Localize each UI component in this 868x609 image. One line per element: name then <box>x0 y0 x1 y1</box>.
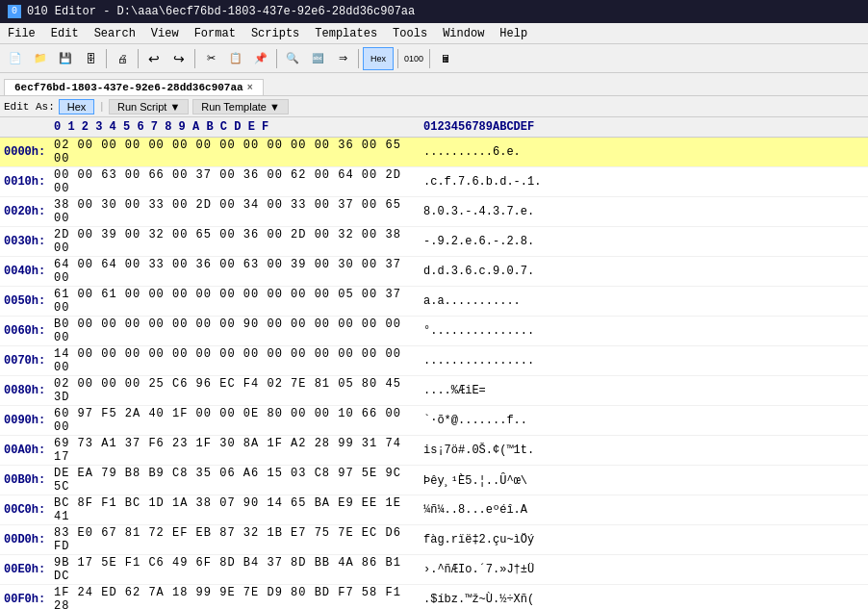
sep3 <box>194 49 195 68</box>
toolbar: 📄 📁 💾 🗄 🖨 ↩ ↪ ✂ 📋 📌 🔍 🔤 ⇒ Hex 0100 🖩 <box>0 44 868 73</box>
sep6 <box>397 49 398 68</box>
cut-button[interactable]: ✂ <box>199 47 222 70</box>
file-tab[interactable]: 6ecf76bd-1803-437e-92e6-28dd36c907aa × <box>4 79 264 95</box>
table-row[interactable]: 0020h:38 00 30 00 33 00 2D 00 34 00 33 0… <box>0 197 868 227</box>
save-all-button[interactable]: 🗄 <box>79 47 102 70</box>
table-row[interactable]: 00E0h:9B 17 5E F1 C6 49 6F 8D B4 37 8D B… <box>0 555 868 585</box>
row-address: 0090h: <box>0 413 50 428</box>
row-hex[interactable]: 14 00 00 00 00 00 00 00 00 00 00 00 00 0… <box>50 346 416 375</box>
menu-view[interactable]: View <box>143 23 187 43</box>
run-script-button[interactable]: Run Script ▼ <box>109 99 189 114</box>
edit-bar: Edit As: Hex | Run Script ▼ Run Template… <box>0 96 868 117</box>
row-hex[interactable]: 02 00 00 00 00 00 00 00 00 00 00 00 36 0… <box>50 138 416 166</box>
table-row[interactable]: 0040h:64 00 64 00 33 00 36 00 63 00 39 0… <box>0 257 868 287</box>
row-hex[interactable]: 61 00 61 00 00 00 00 00 00 00 00 00 05 0… <box>50 287 416 316</box>
row-address: 0010h: <box>0 174 50 190</box>
table-row[interactable]: 00F0h:1F 24 ED 62 7A 18 99 9E 7E D9 80 B… <box>0 585 868 609</box>
row-hex[interactable]: 2D 00 39 00 32 00 65 00 36 00 2D 00 32 0… <box>50 227 416 256</box>
row-address: 0060h: <box>0 323 50 339</box>
menu-edit[interactable]: Edit <box>43 23 87 43</box>
table-row[interactable]: 0090h:60 97 F5 2A 40 1F 00 00 0E 80 00 0… <box>0 406 868 436</box>
row-ascii: 8.0.3.-.4.3.7.e. <box>416 204 868 219</box>
row-hex[interactable]: DE EA 79 B8 B9 C8 35 06 A6 15 03 C8 97 5… <box>50 466 416 495</box>
table-row[interactable]: 0000h:02 00 00 00 00 00 00 00 00 00 00 0… <box>0 138 868 167</box>
replace-button[interactable]: 🔤 <box>306 47 329 70</box>
hex-mode-button[interactable]: Hex <box>59 99 95 114</box>
row-ascii: °............... <box>416 323 868 339</box>
header-hex-cols: 0 1 2 3 4 5 6 7 8 9 A B C D E F <box>50 119 416 135</box>
redo-button[interactable]: ↪ <box>167 47 191 70</box>
row-address: 0020h: <box>0 204 50 219</box>
row-hex[interactable]: 00 00 63 00 66 00 37 00 36 00 62 00 64 0… <box>50 167 416 196</box>
row-ascii: ....%ÆiE= <box>416 383 868 398</box>
menu-templates[interactable]: Templates <box>307 23 385 43</box>
calculator-button[interactable]: 🖩 <box>434 47 457 70</box>
menu-format[interactable]: Format <box>187 23 243 43</box>
save-button[interactable]: 💾 <box>54 47 77 70</box>
hex-view-button[interactable]: Hex <box>363 47 394 70</box>
row-hex[interactable]: 64 00 64 00 33 00 36 00 63 00 39 00 30 0… <box>50 257 416 286</box>
table-row[interactable]: 0030h:2D 00 39 00 32 00 65 00 36 00 2D 0… <box>0 227 868 257</box>
hex-rows-container: 0000h:02 00 00 00 00 00 00 00 00 00 00 0… <box>0 138 868 609</box>
menu-file[interactable]: File <box>0 23 43 43</box>
table-row[interactable]: 00D0h:83 E0 67 81 72 EF EB 87 32 1B E7 7… <box>0 525 868 555</box>
open-button[interactable]: 📁 <box>29 47 52 70</box>
menu-search[interactable]: Search <box>87 23 143 43</box>
inspector-button[interactable]: 0100 <box>402 47 425 70</box>
row-address: 00D0h: <box>0 532 50 547</box>
row-address: 00F0h: <box>0 592 50 607</box>
hex-content[interactable]: 0 1 2 3 4 5 6 7 8 9 A B C D E F 01234567… <box>0 117 868 609</box>
table-row[interactable]: 0080h:02 00 00 00 25 C6 96 EC F4 02 7E 8… <box>0 376 868 406</box>
row-hex[interactable]: 02 00 00 00 25 C6 96 EC F4 02 7E 81 05 8… <box>50 376 416 405</box>
new-button[interactable]: 📄 <box>4 47 27 70</box>
row-ascii: a.a........... <box>416 293 868 309</box>
row-hex[interactable]: BC 8F F1 BC 1D 1A 38 07 90 14 65 BA E9 E… <box>50 495 416 524</box>
tab-label: 6ecf76bd-1803-437e-92e6-28dd36c907aa <box>14 82 243 93</box>
row-ascii: d.d.3.6.c.9.0.7. <box>416 264 868 279</box>
hex-header: 0 1 2 3 4 5 6 7 8 9 A B C D E F 01234567… <box>0 117 868 138</box>
table-row[interactable]: 00A0h:69 73 A1 37 F6 23 1F 30 8A 1F A2 2… <box>0 436 868 466</box>
sep2 <box>138 49 139 68</box>
sep5 <box>358 49 359 68</box>
table-row[interactable]: 0010h:00 00 63 00 66 00 37 00 36 00 62 0… <box>0 167 868 197</box>
table-row[interactable]: 0070h:14 00 00 00 00 00 00 00 00 00 00 0… <box>0 346 868 376</box>
table-row[interactable]: 00B0h:DE EA 79 B8 B9 C8 35 06 A6 15 03 C… <box>0 466 868 495</box>
row-address: 0050h: <box>0 293 50 309</box>
menu-tools[interactable]: Tools <box>385 23 435 43</box>
row-ascii: is¡7ö#.0Š.¢(™1t. <box>416 443 868 458</box>
paste-button[interactable]: 📌 <box>249 47 272 70</box>
table-row[interactable]: 0050h:61 00 61 00 00 00 00 00 00 00 00 0… <box>0 287 868 317</box>
row-ascii: ..........6.e. <box>416 144 868 160</box>
table-row[interactable]: 0060h:B0 00 00 00 00 00 00 00 90 00 00 0… <box>0 317 868 346</box>
sep1 <box>106 49 107 68</box>
undo-button[interactable]: ↩ <box>142 47 166 70</box>
row-address: 0080h: <box>0 383 50 398</box>
print-button[interactable]: 🖨 <box>111 47 134 70</box>
sep4 <box>276 49 277 68</box>
find-button[interactable]: 🔍 <box>281 47 304 70</box>
menu-bar: File Edit Search View Format Scripts Tem… <box>0 23 868 44</box>
row-hex[interactable]: 69 73 A1 37 F6 23 1F 30 8A 1F A2 28 99 3… <box>50 436 416 465</box>
table-row[interactable]: 00C0h:BC 8F F1 BC 1D 1A 38 07 90 14 65 B… <box>0 495 868 525</box>
row-ascii: ›.^ñÆIo.´7.»J†±Ü <box>416 562 868 577</box>
tab-close-button[interactable]: × <box>247 83 253 93</box>
row-hex[interactable]: 60 97 F5 2A 40 1F 00 00 0E 80 00 00 10 6… <box>50 406 416 435</box>
row-ascii: .$íbz.™ž~Ù.½÷Xñ( <box>416 592 868 607</box>
row-hex[interactable]: 1F 24 ED 62 7A 18 99 9E 7E D9 80 BD F7 5… <box>50 585 416 609</box>
row-ascii: `·õ*@.......f.. <box>416 413 868 428</box>
run-template-button[interactable]: Run Template ▼ <box>192 99 289 114</box>
row-ascii: .c.f.7.6.b.d.-.1. <box>416 174 868 190</box>
row-address: 0000h: <box>0 144 50 160</box>
goto-button[interactable]: ⇒ <box>331 47 354 70</box>
menu-window[interactable]: Window <box>435 23 492 43</box>
copy-button[interactable]: 📋 <box>224 47 247 70</box>
row-hex[interactable]: 9B 17 5E F1 C6 49 6F 8D B4 37 8D BB 4A 8… <box>50 555 416 584</box>
row-hex[interactable]: B0 00 00 00 00 00 00 00 90 00 00 00 00 0… <box>50 317 416 345</box>
edit-as-label: Edit As: <box>4 101 55 113</box>
menu-help[interactable]: Help <box>492 23 535 43</box>
row-address: 00E0h: <box>0 562 50 577</box>
row-hex[interactable]: 38 00 30 00 33 00 2D 00 34 00 33 00 37 0… <box>50 197 416 226</box>
row-hex[interactable]: 83 E0 67 81 72 EF EB 87 32 1B E7 75 7E E… <box>50 525 416 554</box>
menu-scripts[interactable]: Scripts <box>243 23 307 43</box>
app-icon: 0 <box>8 5 21 18</box>
